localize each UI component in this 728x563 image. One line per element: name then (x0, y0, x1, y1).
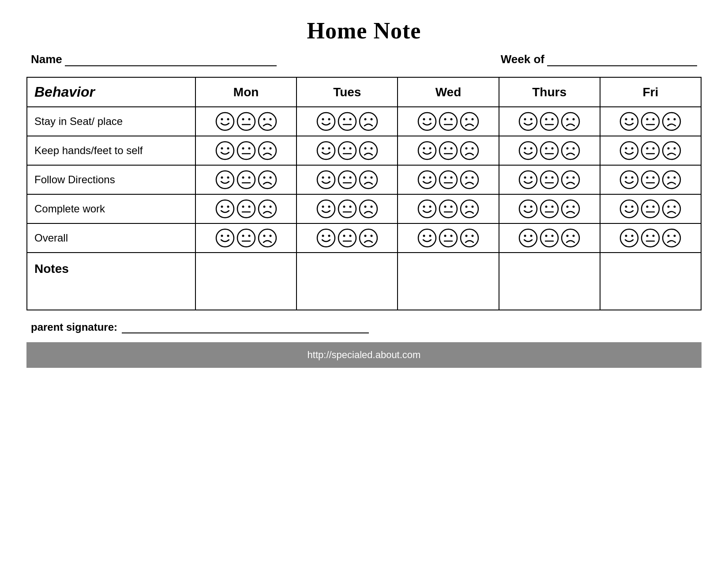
neutral-face-icon (439, 141, 458, 160)
svg-point-154 (242, 206, 244, 208)
notes-mon (195, 253, 296, 310)
fri-cell-2 (600, 165, 701, 194)
neutral-face-icon (338, 228, 357, 248)
notes-label: Notes (27, 253, 195, 310)
mon-cell-4 (195, 223, 296, 253)
svg-point-111 (322, 177, 324, 179)
sad-face-icon (460, 170, 479, 189)
svg-point-133 (540, 171, 558, 189)
wed-cell-0 (398, 107, 499, 136)
svg-point-234 (545, 235, 548, 237)
svg-point-29 (471, 118, 473, 121)
neutral-face-icon (641, 141, 660, 160)
svg-point-197 (663, 200, 680, 218)
svg-point-189 (573, 206, 575, 208)
thurs-cell-0 (499, 107, 600, 136)
svg-point-207 (259, 229, 276, 247)
svg-point-229 (471, 235, 473, 237)
svg-point-60 (317, 142, 335, 159)
table-row: Follow Directions (27, 165, 701, 194)
svg-point-33 (540, 113, 558, 130)
footer-url: http://specialed.about.com (308, 349, 421, 360)
svg-point-34 (545, 118, 548, 121)
behavior-header: Behavior (27, 77, 195, 107)
mon-cell-0 (195, 107, 296, 136)
happy-face-icon (417, 141, 437, 160)
svg-point-147 (663, 171, 680, 189)
svg-point-192 (631, 206, 634, 208)
svg-point-132 (530, 177, 533, 179)
svg-point-57 (259, 142, 276, 159)
neutral-face-icon (641, 112, 660, 131)
svg-point-53 (237, 142, 255, 159)
notes-wed (398, 253, 499, 310)
svg-point-98 (668, 147, 670, 150)
svg-point-117 (360, 171, 377, 189)
happy-face-icon (215, 228, 235, 248)
svg-point-93 (642, 142, 659, 159)
sad-face-icon (561, 141, 580, 160)
sad-face-icon (561, 170, 580, 189)
name-row: Name Week of (26, 53, 702, 66)
svg-point-77 (461, 142, 478, 159)
svg-point-12 (328, 118, 330, 121)
svg-point-9 (269, 118, 271, 121)
behavior-cell: Follow Directions (27, 165, 195, 194)
svg-point-31 (524, 118, 526, 121)
svg-point-70 (418, 142, 436, 159)
happy-face-icon (316, 170, 336, 189)
svg-point-30 (519, 113, 537, 130)
svg-point-213 (338, 229, 356, 247)
svg-point-92 (631, 147, 634, 150)
happy-face-icon (316, 228, 336, 248)
svg-point-232 (530, 235, 533, 237)
svg-point-163 (338, 200, 356, 218)
svg-point-134 (545, 177, 548, 179)
sad-face-icon (460, 199, 479, 219)
happy-face-icon (417, 228, 437, 248)
svg-point-244 (646, 235, 649, 237)
svg-point-58 (263, 147, 265, 150)
svg-point-170 (418, 200, 436, 218)
table-row: Stay in Seat/ place (27, 107, 701, 136)
sad-face-icon (662, 228, 681, 248)
neutral-face-icon (540, 228, 559, 248)
neutral-face-icon (338, 199, 357, 219)
svg-point-220 (418, 229, 436, 247)
svg-point-38 (567, 118, 569, 121)
svg-point-74 (444, 147, 446, 150)
wed-cell-4 (398, 223, 499, 253)
svg-point-28 (465, 118, 467, 121)
neutral-face-icon (540, 141, 559, 160)
happy-face-icon (417, 112, 437, 131)
svg-point-32 (530, 118, 533, 121)
svg-point-79 (471, 147, 473, 150)
svg-point-104 (242, 177, 244, 179)
svg-point-214 (343, 235, 345, 237)
sad-face-icon (561, 112, 580, 131)
svg-point-59 (269, 147, 271, 150)
svg-point-122 (429, 177, 431, 179)
svg-point-178 (465, 206, 467, 208)
notes-tues (296, 253, 398, 310)
svg-point-7 (259, 113, 276, 130)
fri-cell-3 (600, 194, 701, 223)
happy-face-icon (215, 112, 235, 131)
happy-face-icon (215, 141, 235, 160)
svg-point-25 (450, 118, 452, 121)
sad-face-icon (662, 170, 681, 189)
svg-point-85 (552, 147, 554, 150)
tues-cell-3 (296, 194, 398, 223)
svg-point-1 (221, 118, 223, 121)
svg-point-193 (642, 200, 659, 218)
svg-point-242 (631, 235, 634, 237)
neutral-face-icon (641, 170, 660, 189)
happy-face-icon (518, 112, 538, 131)
neutral-face-icon (439, 170, 458, 189)
svg-point-138 (567, 177, 569, 179)
svg-point-217 (360, 229, 377, 247)
svg-point-69 (370, 147, 372, 150)
behavior-cell: Overall (27, 223, 195, 253)
neutral-face-icon (338, 170, 357, 189)
svg-point-49 (674, 118, 676, 121)
